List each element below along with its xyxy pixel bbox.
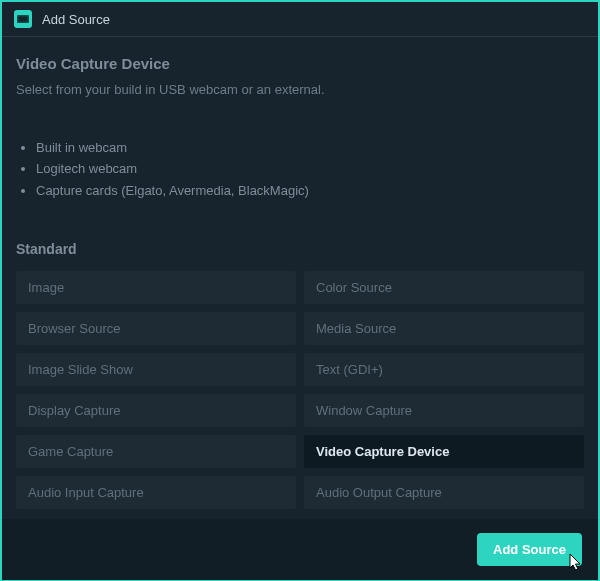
source-display-capture[interactable]: Display Capture [16, 394, 296, 427]
content-area: Video Capture Device Select from your bu… [2, 37, 598, 519]
source-color-source[interactable]: Color Source [304, 271, 584, 304]
window-title: Add Source [42, 12, 110, 27]
source-image-slide-show[interactable]: Image Slide Show [16, 353, 296, 386]
svg-rect-1 [19, 17, 28, 22]
source-video-capture-device[interactable]: Video Capture Device [304, 435, 584, 468]
source-image[interactable]: Image [16, 271, 296, 304]
section-description: Select from your build in USB webcam or … [16, 82, 584, 97]
list-item: Capture cards (Elgato, Avermedia, BlackM… [36, 180, 584, 201]
source-window-capture[interactable]: Window Capture [304, 394, 584, 427]
add-source-button[interactable]: Add Source [477, 533, 582, 566]
category-label: Standard [16, 241, 584, 257]
source-audio-input-capture[interactable]: Audio Input Capture [16, 476, 296, 509]
source-audio-output-capture[interactable]: Audio Output Capture [304, 476, 584, 509]
source-browser-source[interactable]: Browser Source [16, 312, 296, 345]
source-grid: Image Color Source Browser Source Media … [16, 271, 584, 509]
section-title: Video Capture Device [16, 55, 584, 72]
list-item: Logitech webcam [36, 158, 584, 179]
examples-list: Built in webcam Logitech webcam Capture … [16, 137, 584, 201]
list-item: Built in webcam [36, 137, 584, 158]
titlebar: Add Source [2, 2, 598, 37]
app-icon [14, 10, 32, 28]
source-media-source[interactable]: Media Source [304, 312, 584, 345]
dialog-footer: Add Source [2, 519, 598, 580]
source-game-capture[interactable]: Game Capture [16, 435, 296, 468]
source-text-gdi[interactable]: Text (GDI+) [304, 353, 584, 386]
add-source-dialog: Add Source Video Capture Device Select f… [0, 0, 600, 581]
